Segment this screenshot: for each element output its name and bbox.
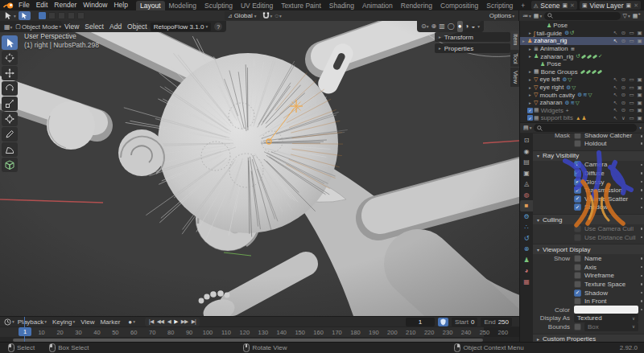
- animate-dot[interactable]: [641, 266, 642, 268]
- select-toggle-icon[interactable]: ↖: [612, 84, 619, 91]
- animate-dot[interactable]: [641, 181, 642, 183]
- timeline-menu-keying[interactable]: Keying ▾: [52, 318, 75, 326]
- shading-solid-button[interactable]: ●: [457, 21, 463, 32]
- tool-add-cube-button[interactable]: [2, 158, 18, 172]
- eye-toggle-icon[interactable]: ⊙: [620, 92, 627, 98]
- workspace-tab-scripting[interactable]: Scripting: [482, 1, 517, 10]
- timeline-menu-playback[interactable]: Playback ▾: [18, 318, 47, 326]
- checkbox[interactable]: ✓: [574, 179, 581, 186]
- outliner-row-pose[interactable]: ♟Pose: [520, 22, 644, 30]
- workspace-tab-sculpting[interactable]: Sculpting: [200, 1, 237, 10]
- timeline-editor[interactable]: ▾ Playback ▾Keying ▾ViewMarker ●▾ |◀ ◀◀ …: [0, 316, 519, 342]
- shading-material-button[interactable]: ◑: [465, 21, 469, 32]
- new-view-layer-icon[interactable]: ▣: [626, 2, 632, 9]
- camera-toggle-icon[interactable]: ▣: [636, 38, 643, 44]
- viewport-menu-view[interactable]: View: [64, 23, 79, 31]
- overlays-toggle[interactable]: ⊕: [431, 21, 436, 32]
- properties-tab-object[interactable]: ■: [520, 200, 533, 211]
- workspace-tab-texture-paint[interactable]: Texture Paint: [277, 1, 325, 10]
- animate-dot[interactable]: [641, 135, 642, 137]
- camera-toggle-icon[interactable]: ▣: [636, 76, 643, 83]
- menu-window[interactable]: Window: [80, 0, 110, 10]
- shading-dropdown[interactable]: ▾: [477, 24, 480, 29]
- eye-toggle-icon[interactable]: ⊙: [620, 76, 627, 83]
- properties-tab-output[interactable]: ▤: [520, 157, 533, 168]
- camera-toggle-icon[interactable]: ▣: [636, 107, 643, 113]
- screen-toggle-icon[interactable]: ▭: [628, 38, 635, 44]
- mode-select[interactable]: ▢ Object Mode ▾: [15, 23, 61, 31]
- properties-filter-dropdown[interactable]: ▾: [639, 125, 642, 130]
- npanel-tab-view[interactable]: View: [510, 68, 519, 87]
- npanel-section-transform[interactable]: ▸Transform: [435, 32, 510, 42]
- checkbox[interactable]: [574, 255, 581, 262]
- checkbox[interactable]: [574, 281, 581, 288]
- frame-end-field[interactable]: End250: [481, 318, 512, 326]
- checkbox[interactable]: [574, 140, 581, 147]
- tool-transform-button[interactable]: [2, 112, 18, 126]
- select-toggle-icon[interactable]: ↖: [612, 115, 619, 121]
- collection-checkbox[interactable]: ✓: [527, 115, 533, 121]
- playhead[interactable]: 1: [19, 327, 31, 336]
- checkbox[interactable]: ✓: [574, 203, 581, 211]
- delete-view-layer-icon[interactable]: ✕: [634, 2, 638, 9]
- transform-orientation-select[interactable]: ⊿ Global ▾: [225, 11, 260, 20]
- properties-tab-physics[interactable]: ↺: [520, 233, 533, 244]
- animate-dot[interactable]: [641, 257, 642, 259]
- display-as-select[interactable]: Textured∨: [574, 314, 638, 322]
- select-toggle-icon[interactable]: ↖: [612, 107, 619, 113]
- gizmo-toggle[interactable]: ⊙▾: [421, 21, 428, 32]
- play-button[interactable]: ▶: [174, 318, 178, 325]
- outliner-row-mouth-cavity[interactable]: ▸▽mouth cavity⚙≋▽↖⊙▭▣: [520, 91, 644, 99]
- color-swatch[interactable]: [574, 306, 638, 314]
- tool-measure-button[interactable]: [2, 142, 18, 157]
- checkbox[interactable]: [574, 225, 581, 232]
- screen-toggle-icon[interactable]: ▭: [628, 84, 635, 91]
- select-toggle-icon[interactable]: ↖: [612, 30, 619, 36]
- outliner-row-widgets[interactable]: ✓▦Widgets+↖⊙▭▣: [520, 107, 644, 115]
- animate-dot[interactable]: [641, 275, 642, 277]
- npanel-tab-tool[interactable]: Tool: [510, 50, 519, 68]
- camera-toggle-icon[interactable]: ▣: [636, 30, 643, 36]
- 3d-viewport[interactable]: ▦▾ ▢ Object Mode ▾ ViewSelectAddObject R…: [0, 21, 519, 316]
- animate-dot[interactable]: [641, 198, 642, 199]
- tool-scale-button[interactable]: [2, 96, 18, 111]
- select-mode-set-button[interactable]: [39, 12, 46, 19]
- outliner-row-tail-guide[interactable]: ▸ʃtail-guide⚙↺↖⊙▭▣: [520, 30, 644, 38]
- animate-dot[interactable]: [641, 236, 642, 238]
- camera-toggle-icon[interactable]: ▣: [636, 115, 643, 121]
- eye-toggle-icon[interactable]: ⊙: [620, 107, 627, 113]
- outliner-search-input[interactable]: [544, 12, 620, 20]
- panel-header-viewport-display[interactable]: ▾Viewport Display: [533, 244, 644, 254]
- animate-dot[interactable]: [641, 142, 642, 144]
- outliner-row-zaharan_rig[interactable]: ▸♟zaharan_rig↺✓: [520, 52, 644, 60]
- prev-keyframe-button[interactable]: ◀◀: [157, 318, 164, 325]
- outliner-collection-icon[interactable]: ▦▾: [534, 13, 542, 19]
- xray-toggle[interactable]: ▥: [439, 21, 445, 32]
- properties-editor-type-icon[interactable]: ▤▾: [523, 125, 531, 131]
- eye-toggle-icon[interactable]: ⊙: [620, 30, 627, 36]
- auto-keying-toggle[interactable]: [438, 318, 448, 326]
- tool-move-button[interactable]: [2, 66, 18, 80]
- collection-checkbox[interactable]: ✓: [527, 108, 533, 113]
- editor-type-icon[interactable]: ▦▾: [4, 23, 12, 31]
- checkbox[interactable]: ✓: [574, 195, 581, 203]
- menu-edit[interactable]: Edit: [33, 0, 52, 10]
- properties-tab-world[interactable]: ◍: [520, 190, 533, 201]
- select-mode-intersect-button[interactable]: [77, 12, 85, 19]
- npanel-tab-item[interactable]: Item: [510, 31, 519, 49]
- add-workspace-button[interactable]: +: [517, 1, 529, 10]
- outliner-row-zaharan[interactable]: ▸▽zaharan⚙≋▽↖⊙▭▣: [520, 99, 644, 107]
- workspace-tab-uv-editing[interactable]: UV Editing: [237, 1, 277, 10]
- workspace-tab-rendering[interactable]: Rendering: [397, 1, 436, 10]
- properties-tab-scene[interactable]: ◬: [520, 179, 533, 190]
- properties-tab-particles[interactable]: ∴: [520, 222, 533, 233]
- viewport-menu-add[interactable]: Add: [109, 23, 122, 31]
- checkbox[interactable]: [574, 264, 581, 271]
- animate-dot[interactable]: [641, 172, 642, 174]
- checkbox[interactable]: [574, 272, 581, 279]
- camera-toggle-icon[interactable]: ▣: [636, 84, 643, 91]
- menu-help[interactable]: Help: [110, 0, 130, 10]
- workspace-tab-animation[interactable]: Animation: [358, 1, 397, 10]
- eye-toggle-icon[interactable]: ⊙: [620, 38, 627, 44]
- new-collection-button[interactable]: ▦⁺: [633, 13, 641, 19]
